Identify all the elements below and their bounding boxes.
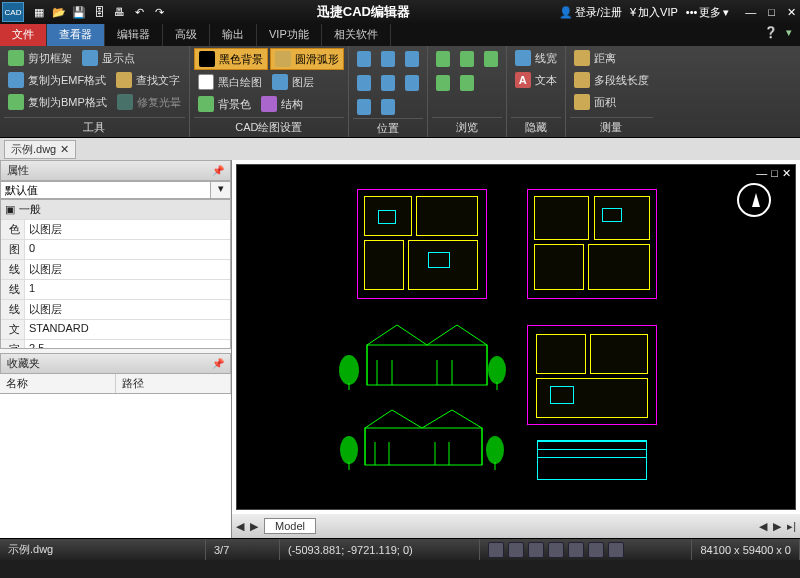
- ribbon-browse-label: 浏览: [432, 117, 502, 137]
- fav-col-name[interactable]: 名称: [0, 374, 116, 393]
- doc-tab-close[interactable]: ✕: [60, 143, 69, 156]
- prop-row[interactable]: 线以图层: [1, 259, 230, 279]
- zoom-in-button[interactable]: [353, 72, 375, 94]
- rotate-right-button[interactable]: [377, 96, 399, 118]
- black-bg-button[interactable]: 黑色背景: [194, 48, 268, 70]
- prop-row[interactable]: 线1: [1, 279, 230, 299]
- prop-row[interactable]: 字2.5: [1, 339, 230, 349]
- show-point-button[interactable]: 显示点: [78, 48, 139, 68]
- vp-maximize-icon[interactable]: □: [771, 167, 778, 180]
- polar-icon[interactable]: [548, 542, 564, 558]
- redo-icon[interactable]: ↷: [150, 3, 168, 21]
- fav-pin-icon[interactable]: 📌: [212, 358, 224, 369]
- save-icon[interactable]: 💾: [70, 3, 88, 21]
- distance-button[interactable]: 距离: [570, 48, 620, 68]
- snap-icon[interactable]: [488, 542, 504, 558]
- structure-button[interactable]: 结构: [257, 94, 307, 114]
- viewport[interactable]: — □ ✕: [236, 164, 796, 510]
- first-page-button[interactable]: [432, 48, 454, 70]
- close-button[interactable]: ✕: [787, 6, 796, 19]
- scroll-right-icon[interactable]: ▶: [773, 520, 781, 533]
- pan-button[interactable]: [401, 72, 423, 94]
- prop-row[interactable]: 线以图层: [1, 299, 230, 319]
- zoom-window-button[interactable]: [377, 48, 399, 70]
- save-all-icon[interactable]: 🗄: [90, 3, 108, 21]
- lwt-icon[interactable]: [608, 542, 624, 558]
- floorplan-1: [357, 189, 487, 299]
- ribbon-position-label: 位置: [353, 118, 423, 138]
- print-icon[interactable]: 🖶: [110, 3, 128, 21]
- model-prev-icon[interactable]: ◀: [236, 520, 244, 533]
- smooth-arc-button[interactable]: 圆滑弧形: [270, 48, 344, 70]
- zoom-out-button[interactable]: [377, 72, 399, 94]
- vp-close-icon[interactable]: ✕: [782, 167, 791, 180]
- vip-button[interactable]: ¥ 加入VIP: [630, 5, 678, 20]
- linewidth-button[interactable]: 线宽: [511, 48, 561, 68]
- tab-output[interactable]: 输出: [210, 24, 257, 46]
- polyline-len-button[interactable]: 多段线长度: [570, 70, 653, 90]
- fix-blur-button[interactable]: 修复光晕: [113, 92, 185, 112]
- more-button[interactable]: ••• 更多 ▾: [686, 5, 730, 20]
- tab-viewer[interactable]: 查看器: [47, 24, 105, 46]
- open-icon[interactable]: 📂: [50, 3, 68, 21]
- text-button[interactable]: A文本: [511, 70, 561, 90]
- copy-emf-button[interactable]: 复制为EMF格式: [4, 70, 110, 90]
- fav-col-path[interactable]: 路径: [116, 374, 232, 393]
- area-button[interactable]: 面积: [570, 92, 620, 112]
- status-file: 示例.dwg: [0, 539, 206, 560]
- collapse-icon[interactable]: ▾: [786, 26, 792, 44]
- prop-row[interactable]: 文STANDARD: [1, 319, 230, 339]
- tab-vip[interactable]: VIP功能: [257, 24, 322, 46]
- goto-button[interactable]: [456, 72, 478, 94]
- model-tabbar: ◀ ▶ Model ◀ ▶ ▸|: [232, 514, 800, 538]
- osnap-icon[interactable]: [568, 542, 584, 558]
- model-next-icon[interactable]: ▶: [250, 520, 258, 533]
- cut-frame-button[interactable]: 剪切框架: [4, 48, 76, 68]
- login-button[interactable]: 👤 登录/注册: [559, 5, 622, 20]
- undo-icon[interactable]: ↶: [130, 3, 148, 21]
- prop-row[interactable]: 图0: [1, 239, 230, 259]
- svg-point-5: [339, 355, 359, 385]
- props-dropdown-icon[interactable]: ▾: [210, 182, 230, 198]
- tab-advanced[interactable]: 高级: [163, 24, 210, 46]
- maximize-button[interactable]: □: [768, 6, 775, 19]
- pin-icon[interactable]: 📌: [212, 165, 224, 176]
- zoom-extents-button[interactable]: [353, 48, 375, 70]
- last-page-button[interactable]: [432, 72, 454, 94]
- copy-bmp-button[interactable]: 复制为BMP格式: [4, 92, 111, 112]
- svg-point-14: [340, 436, 358, 464]
- bg-color-button[interactable]: 背景色: [194, 94, 255, 114]
- ortho-icon[interactable]: [528, 542, 544, 558]
- new-icon[interactable]: ▦: [30, 3, 48, 21]
- ribbon-hide-label: 隐藏: [511, 117, 561, 137]
- bw-draw-button[interactable]: 黑白绘图: [194, 72, 266, 92]
- minimize-button[interactable]: —: [745, 6, 756, 19]
- svg-rect-0: [367, 345, 487, 385]
- layer-button[interactable]: 图层: [268, 72, 318, 92]
- props-default-input[interactable]: [1, 182, 210, 198]
- ribbon-tools-label: 工具: [4, 117, 185, 137]
- doc-tab[interactable]: 示例.dwg ✕: [4, 140, 76, 159]
- grid-icon[interactable]: [508, 542, 524, 558]
- next-page-button[interactable]: [480, 48, 502, 70]
- zoom-previous-button[interactable]: [401, 48, 423, 70]
- ribbon-cad: 黑色背景 圆滑弧形 黑白绘图 图层 背景色 结构 CAD绘图设置: [190, 46, 349, 137]
- props-list[interactable]: ▣ 一般 色以图层图0线以图层线1线以图层文STANDARD字2.5: [0, 199, 231, 349]
- otrack-icon[interactable]: [588, 542, 604, 558]
- model-tab[interactable]: Model: [264, 518, 316, 534]
- help-icon[interactable]: ❔: [764, 26, 778, 44]
- prop-row[interactable]: 色以图层: [1, 219, 230, 239]
- tab-editor[interactable]: 编辑器: [105, 24, 163, 46]
- props-selector[interactable]: ▾: [0, 181, 231, 199]
- scroll-end-icon[interactable]: ▸|: [787, 520, 796, 533]
- rotate-left-button[interactable]: [353, 96, 375, 118]
- props-category-general[interactable]: ▣ 一般: [1, 200, 230, 219]
- tab-file[interactable]: 文件: [0, 24, 47, 46]
- favorites-body[interactable]: [0, 394, 231, 538]
- status-icons: [480, 539, 692, 560]
- scroll-left-icon[interactable]: ◀: [759, 520, 767, 533]
- vp-minimize-icon[interactable]: —: [756, 167, 767, 180]
- find-text-button[interactable]: 查找文字: [112, 70, 184, 90]
- prev-page-button[interactable]: [456, 48, 478, 70]
- tab-related[interactable]: 相关软件: [322, 24, 391, 46]
